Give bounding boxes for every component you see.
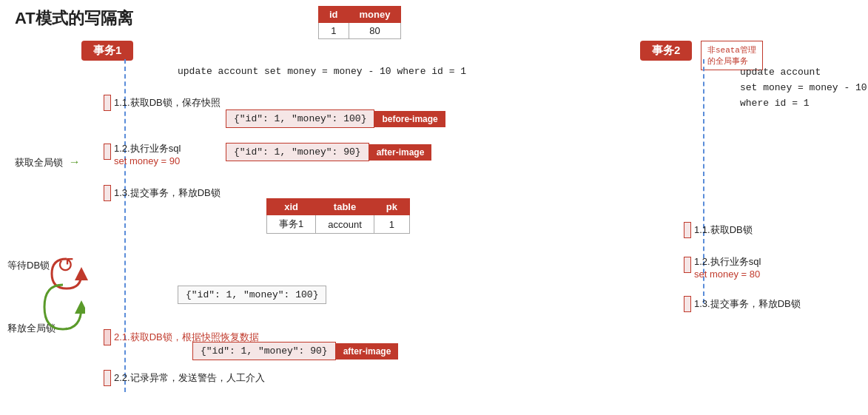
global-lock-label: 获取全局锁 → [15, 155, 81, 169]
step1-3-rect [104, 185, 111, 201]
tx2-step1-2: 1.2.执行业务sql set money = 80 [684, 255, 761, 280]
restore-after-box: {"id": 1, "money": 90} after-image [192, 342, 398, 360]
lock-row-table: account [316, 215, 374, 234]
tx2-step1-3-rect [684, 296, 691, 312]
lock-row-xid: 事务1 [267, 215, 316, 234]
db-table: id money 1 80 [318, 6, 401, 39]
db-table-header-money: money [349, 7, 401, 23]
lock-table: xid table pk 事务1 account 1 [266, 198, 410, 234]
tx1-sql: update account set money = money - 10 wh… [178, 65, 466, 77]
after-image-box: {"id": 1, "money": 90} after-image [226, 143, 431, 161]
lock-header-pk: pk [374, 199, 409, 215]
snapshot-box: {"id": 1, "money": 100} [178, 289, 326, 300]
lock-table-container: xid table pk 事务1 account 1 [266, 198, 410, 234]
before-image-box: {"id": 1, "money": 100} before-image [226, 109, 445, 128]
db-table-header-id: id [319, 7, 349, 23]
db-table-cell-id: 1 [319, 23, 349, 39]
tx2-step1-2-rect [684, 257, 691, 273]
step1-2-rect [104, 144, 111, 160]
lock-header-xid: xid [267, 199, 316, 215]
tx2-step1-1: 1.1.获取DB锁 [684, 222, 753, 238]
db-table-cell-money: 80 [349, 23, 401, 39]
page-title: AT模式的写隔离 [15, 7, 853, 30]
green-curly-arrow [41, 281, 85, 335]
tx1-badge: 事务1 [81, 41, 133, 61]
tx2-sql: update account set money = money - 10 wh… [740, 65, 867, 111]
lock-row-pk: 1 [374, 215, 409, 234]
tx2-step1-1-rect [684, 222, 691, 238]
step2-2: 2.2.记录异常，发送警告，人工介入 [104, 370, 265, 386]
step1-2: 1.2.执行业务sql set money = 90 [104, 142, 181, 166]
lock-header-table: table [316, 199, 374, 215]
step1-1: 1.1.获取DB锁，保存快照 [104, 95, 221, 111]
tx2-step1-3: 1.3.提交事务，释放DB锁 [684, 296, 801, 312]
db-table-container: id money 1 80 [318, 6, 401, 39]
step2-2-rect [104, 370, 111, 386]
step2-1-rect [104, 329, 111, 345]
step1-1-rect [104, 95, 111, 111]
step1-3: 1.3.提交事务，释放DB锁 [104, 185, 221, 201]
